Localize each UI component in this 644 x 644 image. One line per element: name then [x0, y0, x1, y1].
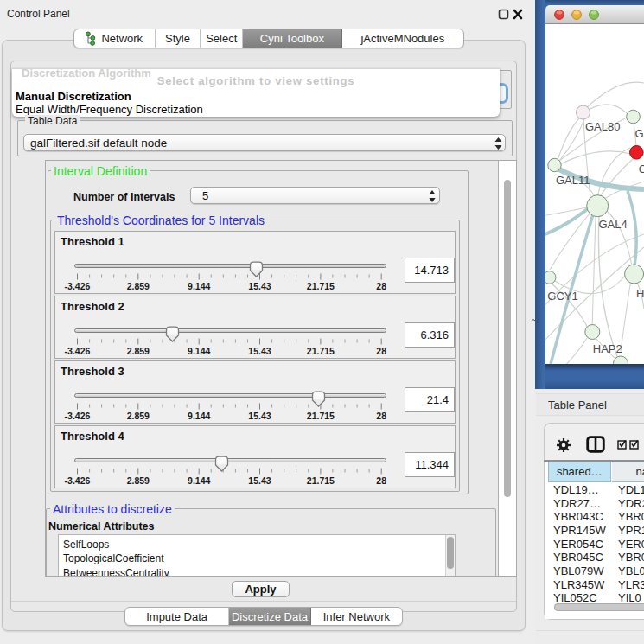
svg-text:GAL4: GAL4 [598, 218, 627, 231]
svg-text:GAL1: GAL1 [634, 127, 644, 140]
svg-text:GAL80: GAL80 [585, 120, 620, 133]
svg-text:CYC1: CYC1 [639, 163, 644, 175]
svg-text:GCY1: GCY1 [547, 290, 577, 303]
svg-text:GAL11: GAL11 [556, 174, 590, 187]
svg-text:HIS4: HIS4 [636, 287, 644, 300]
svg-text:HAP2: HAP2 [593, 342, 622, 355]
